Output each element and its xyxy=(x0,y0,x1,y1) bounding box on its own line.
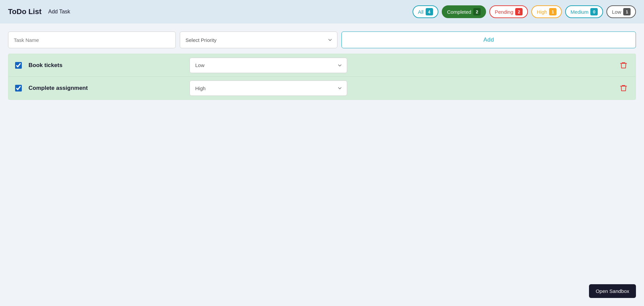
filter-label-low: Low xyxy=(612,9,621,15)
filter-label-medium: Medium xyxy=(571,9,588,15)
table-row: Complete assignmentLowMediumHigh xyxy=(8,77,636,100)
filter-badge-completed: 2 xyxy=(473,8,481,15)
filter-btn-low[interactable]: Low1 xyxy=(606,5,636,18)
filter-btn-completed[interactable]: Completed2 xyxy=(442,5,486,18)
filter-label-all: All xyxy=(418,9,424,15)
app-title: ToDo List xyxy=(8,7,42,16)
filter-badge-medium: 0 xyxy=(590,8,598,15)
add-button[interactable]: Add xyxy=(341,32,636,48)
add-task-header-button[interactable]: Add Task xyxy=(48,9,70,15)
trash-icon xyxy=(620,61,628,69)
priority-select-input[interactable]: Select PriorityLowMediumHigh xyxy=(180,32,337,48)
header-left: ToDo List Add Task xyxy=(8,7,70,16)
task-checkbox-0[interactable] xyxy=(15,62,22,69)
table-row: Book ticketsLowMediumHigh xyxy=(8,54,636,77)
task-name-1: Complete assignment xyxy=(29,85,183,91)
header: ToDo List Add Task All4Completed2Pending… xyxy=(0,0,644,23)
filter-badge-low: 1 xyxy=(623,8,631,15)
filter-badge-all: 4 xyxy=(426,8,433,15)
task-list: Book ticketsLowMediumHigh Complete assig… xyxy=(8,54,636,100)
filter-badge-high: 1 xyxy=(549,8,556,15)
filter-label-completed: Completed xyxy=(447,9,472,15)
open-sandbox-button[interactable]: Open Sandbox xyxy=(589,284,636,298)
task-priority-select-0[interactable]: LowMediumHigh xyxy=(190,58,347,73)
task-priority-select-1[interactable]: LowMediumHigh xyxy=(190,80,347,96)
delete-task-button-1[interactable] xyxy=(618,83,629,94)
trash-icon xyxy=(620,84,628,92)
task-name-input[interactable] xyxy=(8,32,176,48)
input-row: Select PriorityLowMediumHigh Add xyxy=(8,32,636,48)
header-filters: All4Completed2Pending2High1Medium0Low1 xyxy=(413,5,636,18)
filter-btn-high[interactable]: High1 xyxy=(531,5,562,18)
task-name-0: Book tickets xyxy=(29,62,183,69)
filter-btn-pending[interactable]: Pending2 xyxy=(489,5,528,18)
filter-btn-all[interactable]: All4 xyxy=(413,5,438,18)
delete-task-button-0[interactable] xyxy=(618,60,629,71)
filter-btn-medium[interactable]: Medium0 xyxy=(565,5,603,18)
filter-badge-pending: 2 xyxy=(515,8,523,15)
main-content: Select PriorityLowMediumHigh Add Book ti… xyxy=(0,23,644,100)
task-checkbox-1[interactable] xyxy=(15,85,22,91)
filter-label-pending: Pending xyxy=(495,9,513,15)
filter-label-high: High xyxy=(537,9,547,15)
